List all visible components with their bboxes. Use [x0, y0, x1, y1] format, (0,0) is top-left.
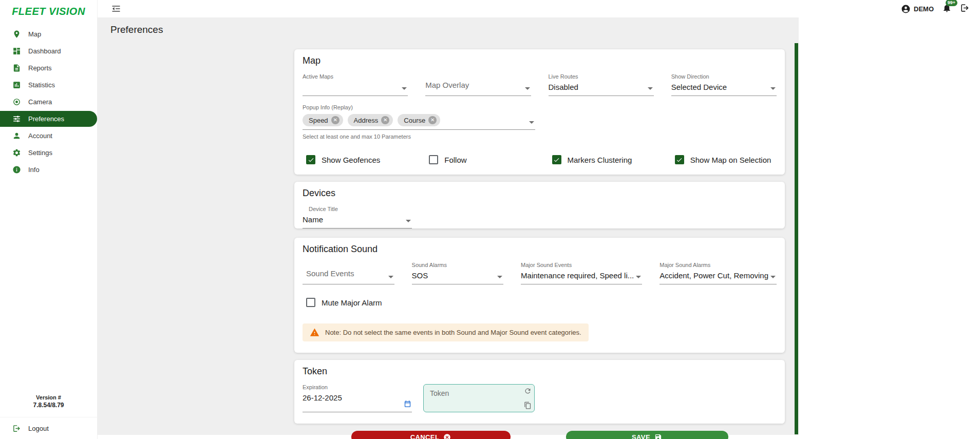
chevron-down-icon	[497, 276, 502, 278]
sidebar-item-map[interactable]: Map	[0, 26, 97, 43]
live-routes-select[interactable]: Live Routes Disabled	[549, 73, 654, 96]
preferences-sliders-icon	[12, 114, 21, 123]
checkbox-show-geofences[interactable]: Show Geofences	[303, 155, 408, 164]
major-sound-events-select[interactable]: Major Sound Events Maintenance required,…	[521, 262, 642, 284]
token-card-title: Token	[303, 366, 777, 377]
sidebar-item-account[interactable]: Account	[0, 127, 97, 144]
major-sound-events-label: Major Sound Events	[521, 262, 642, 269]
sound-alarms-value: SOS	[412, 271, 504, 280]
map-overlay-select[interactable]: Map Overlay	[425, 73, 531, 96]
checkbox-follow[interactable]: Follow	[425, 155, 531, 164]
sidebar-item-camera[interactable]: Camera	[0, 93, 97, 110]
sidebar-item-label: Info	[28, 166, 40, 174]
chevron-down-icon	[402, 87, 407, 90]
show-direction-value: Selected Device	[671, 83, 777, 92]
chip-speed[interactable]: Speed ✕	[303, 114, 343, 126]
chevron-down-icon	[770, 276, 776, 278]
exit-icon	[960, 3, 970, 13]
chip-address[interactable]: Address ✕	[348, 114, 393, 126]
sound-events-label: Sound Events	[303, 269, 394, 278]
gear-icon	[12, 148, 21, 157]
live-routes-value: Disabled	[549, 83, 654, 92]
signout-button[interactable]	[960, 3, 970, 14]
map-checkbox-row: Show Geofences Follow Markers Clustering	[303, 155, 777, 175]
app-logo: FLEET VISION	[0, 2, 97, 21]
topbar: DEMO 99+	[98, 0, 980, 17]
sound-alarms-select[interactable]: Sound Alarms SOS	[412, 262, 504, 284]
cancel-button[interactable]: CANCEL	[351, 431, 511, 439]
cancel-circle-icon	[443, 433, 451, 439]
expiration-value: 26-12-2025	[303, 393, 412, 403]
show-direction-select[interactable]: Show Direction Selected Device	[671, 73, 777, 96]
version-info: Version # 7.8.54/8.79	[0, 394, 97, 409]
map-overlay-label: Map Overlay	[425, 81, 531, 89]
notification-field-row: Sound Events Sound Alarms SOS Major Soun…	[303, 262, 777, 284]
notification-sound-card: Notification Sound Sound Events Sound Al…	[294, 238, 785, 353]
device-title-value: Name	[303, 215, 412, 224]
right-whitespace	[799, 17, 980, 439]
person-icon	[12, 131, 21, 140]
sidebar-collapse-button[interactable]	[111, 4, 121, 14]
sidebar-item-preferences[interactable]: Preferences	[0, 111, 97, 127]
user-menu[interactable]: DEMO	[901, 4, 934, 14]
sidebar-item-info[interactable]: Info	[0, 161, 97, 178]
map-field-row: Active Maps Map Overlay Live Routes Disa…	[303, 73, 777, 96]
chevron-down-icon	[529, 121, 534, 124]
refresh-token-icon[interactable]	[524, 387, 532, 395]
token-card: Token Expiration 26-12-2025 Token	[294, 360, 785, 424]
logout-label: Logout	[28, 425, 49, 432]
chip-label: Course	[404, 117, 425, 124]
checkbox-show-map-on-selection[interactable]: Show Map on Selection	[671, 155, 777, 164]
menu-collapse-icon	[111, 4, 121, 14]
checkbox-checked-icon	[675, 155, 684, 164]
logout-icon	[12, 424, 21, 433]
map-card: Map Active Maps Map Overlay	[294, 49, 785, 175]
sidebar-nav: Map Dashboard Reports Statistics Camera …	[0, 26, 97, 178]
chip-remove-icon[interactable]: ✕	[428, 116, 437, 124]
major-sound-events-value: Maintenance required, Speed li...	[521, 271, 642, 280]
checkbox-markers-clustering[interactable]: Markers Clustering	[549, 155, 654, 164]
version-number: 7.8.54/8.79	[0, 402, 97, 409]
scrollbar-thumb[interactable]	[795, 43, 798, 434]
sidebar-item-label: Dashboard	[28, 47, 61, 55]
major-sound-alarms-select[interactable]: Major Sound Alarms Accident, Power Cut, …	[659, 262, 777, 284]
chip-course[interactable]: Course ✕	[398, 114, 440, 126]
sound-events-select[interactable]: Sound Events	[303, 262, 394, 284]
calendar-icon[interactable]	[404, 400, 411, 408]
popup-info-label: Popup Info (Replay)	[303, 104, 535, 111]
chevron-down-icon	[388, 276, 393, 278]
dashboard-icon	[12, 47, 21, 55]
note-text: Note: Do not select the same events in b…	[325, 329, 581, 336]
page-title: Preferences	[110, 24, 799, 35]
copy-token-icon[interactable]	[524, 402, 532, 409]
expiration-label: Expiration	[303, 384, 412, 391]
sidebar-item-settings[interactable]: Settings	[0, 144, 97, 161]
active-maps-select[interactable]: Active Maps	[303, 73, 408, 96]
chevron-down-icon	[525, 87, 530, 90]
show-direction-label: Show Direction	[671, 73, 777, 80]
checkbox-mute-major-alarm[interactable]: Mute Major Alarm	[303, 298, 777, 307]
sidebar-item-dashboard[interactable]: Dashboard	[0, 43, 97, 60]
map-pin-icon	[12, 30, 21, 39]
device-title-select[interactable]: Device Title Name	[303, 206, 412, 228]
logout-button[interactable]: Logout	[0, 417, 97, 439]
sidebar-item-label: Map	[28, 30, 41, 38]
sidebar-item-label: Camera	[28, 98, 52, 106]
main-area: DEMO 99+ Preferences Map	[98, 0, 980, 439]
popup-info-multiselect[interactable]: Popup Info (Replay) Speed ✕ Address ✕	[303, 104, 535, 130]
save-disk-icon	[654, 433, 662, 439]
notification-card-title: Notification Sound	[303, 244, 777, 255]
token-input[interactable]: Token	[423, 384, 535, 412]
checkbox-unchecked-icon	[429, 155, 438, 164]
notification-badge: 99+	[946, 0, 957, 6]
report-document-icon	[12, 64, 21, 72]
note-banner: Note: Do not select the same events in b…	[303, 323, 589, 341]
save-button[interactable]: SAVE	[566, 431, 728, 439]
sidebar-item-reports[interactable]: Reports	[0, 60, 97, 77]
chip-remove-icon[interactable]: ✕	[331, 116, 340, 124]
notifications-button[interactable]: 99+	[942, 3, 952, 15]
sidebar-item-statistics[interactable]: Statistics	[0, 77, 97, 93]
chip-remove-icon[interactable]: ✕	[381, 116, 389, 124]
expiration-date-field[interactable]: Expiration 26-12-2025	[303, 384, 412, 412]
popup-helper-text: Select at least one and max 10 Parameter…	[303, 133, 777, 140]
